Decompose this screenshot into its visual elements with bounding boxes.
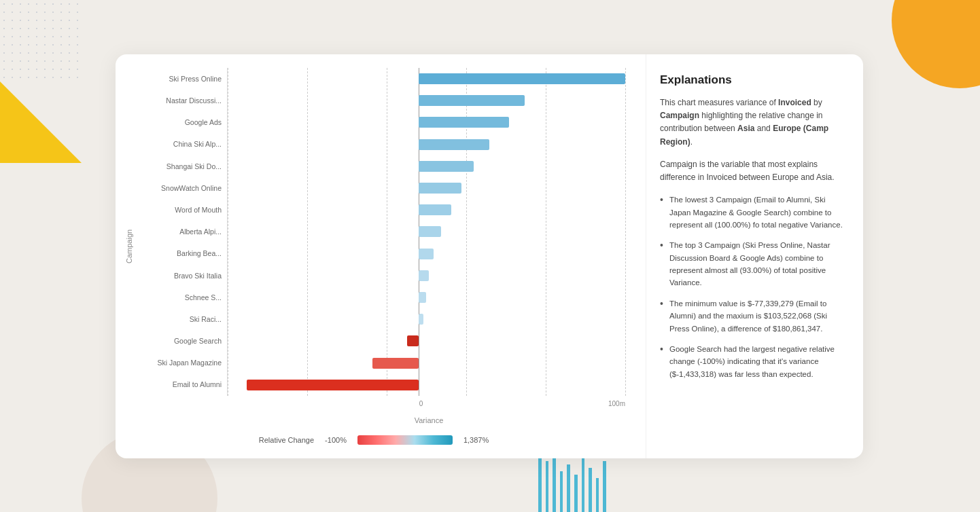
bar-row [228, 243, 625, 265]
explanations-section: Explanations This chart measures varianc… [646, 54, 863, 458]
explanations-title: Explanations [660, 73, 844, 87]
bar-row [228, 177, 625, 199]
y-label-3: China Ski Alp... [173, 141, 222, 148]
explanations-bullets: The lowest 3 Campaign (Email to Alumni, … [660, 194, 844, 380]
bg-blue-line [538, 451, 542, 512]
bar-fill [419, 139, 489, 150]
bg-blue-line [546, 461, 549, 512]
bg-triangle-decoration [0, 81, 82, 163]
bar-row [228, 90, 625, 111]
bars-and-labels: Ski Press OnlineNastar Discussi...Google… [139, 68, 625, 396]
bars-plot [227, 68, 625, 396]
bg-blue-line [596, 478, 599, 512]
x-tick-100m: 100m [608, 400, 625, 407]
y-label-5: SnowWatch Online [161, 185, 222, 192]
legend-section: Relative Change -100% 1,387% [122, 435, 625, 445]
explanations-intro: This chart measures variance of Invoiced… [660, 96, 844, 149]
y-label-14: Email to Alumni [173, 381, 222, 388]
bar-fill [419, 73, 625, 84]
bar-row [228, 134, 625, 156]
x-axis: 0100m [139, 400, 625, 414]
chart-area: Ski Press OnlineNastar Discussi...Google… [139, 68, 625, 424]
bar-fill [419, 117, 510, 128]
y-label-6: Word of Mouth [175, 206, 222, 214]
bar-fill [419, 226, 441, 237]
y-axis-label: Campaign [122, 68, 136, 424]
y-labels: Ski Press OnlineNastar Discussi...Google… [139, 68, 227, 396]
bar-row [228, 374, 625, 396]
chart-container: Campaign Ski Press OnlineNastar Discussi… [122, 68, 625, 424]
bar-row [228, 68, 625, 90]
bg-blue-line [582, 458, 585, 512]
bg-orange-quarter-decoration [892, 0, 980, 88]
y-label-11: Ski Raci... [190, 316, 222, 323]
legend-label: Relative Change [259, 436, 314, 444]
bar-fill [419, 95, 525, 106]
bar-row [228, 330, 625, 352]
x-axis-inner: 0100m [232, 400, 625, 414]
grid-dashed-line [625, 68, 626, 396]
bar-fill [419, 183, 461, 194]
y-label-2: Google Ads [185, 119, 222, 126]
y-label-9: Bravo Ski Italia [174, 272, 222, 280]
bar-row [228, 199, 625, 221]
bar-fill [419, 292, 426, 303]
bar-fill [419, 314, 423, 325]
bar-row [228, 221, 625, 242]
y-label-8: Barking Bea... [177, 250, 222, 257]
bar-row [228, 352, 625, 374]
y-label-13: Ski Japan Magazine [157, 359, 222, 367]
chart-section: Campaign Ski Press OnlineNastar Discussi… [116, 54, 646, 458]
bar-fill [419, 161, 474, 172]
bar-row [228, 287, 625, 308]
bullet-item: The top 3 Campaign (Ski Press Online, Na… [660, 239, 844, 289]
bar-row [228, 308, 625, 330]
y-label-4: Shangai Ski Do... [167, 163, 222, 170]
legend-max-label: 1,387% [463, 436, 489, 444]
bar-fill [419, 249, 434, 259]
bar-fill [407, 335, 419, 346]
bar-fill [247, 380, 419, 390]
bar-fill [372, 358, 418, 369]
bg-blue-line [560, 471, 563, 512]
x-tick-zero: 0 [419, 400, 423, 407]
bar-row [228, 156, 625, 177]
y-label-10: Schnee S... [185, 294, 222, 301]
bg-dots-decoration [0, 0, 85, 85]
y-label-1: Nastar Discussi... [166, 97, 222, 105]
legend-gradient [357, 435, 453, 445]
bar-fill [419, 270, 429, 281]
bg-blue-line [567, 464, 570, 512]
bullet-item: The minimum value is $-77,339,279 (Email… [660, 297, 844, 335]
y-label-0: Ski Press Online [169, 75, 222, 83]
y-label-12: Google Search [174, 337, 222, 345]
bar-row [228, 111, 625, 133]
explanations-divider: Campaign is the variable that most expla… [660, 158, 844, 184]
legend-min-label: -100% [325, 436, 347, 444]
main-card: Campaign Ski Press OnlineNastar Discussi… [116, 54, 863, 458]
bg-blue-line [574, 475, 578, 512]
bullet-item: Google Search had the largest negative r… [660, 343, 844, 380]
bg-blue-line [589, 468, 592, 512]
bar-row [228, 265, 625, 287]
bar-fill [419, 204, 451, 215]
x-axis-label: Variance [232, 416, 625, 424]
bg-blue-line [603, 461, 606, 512]
y-label-7: Alberta Alpi... [179, 228, 222, 236]
bg-blue-line [553, 454, 556, 512]
bullet-item: The lowest 3 Campaign (Email to Alumni, … [660, 194, 844, 231]
